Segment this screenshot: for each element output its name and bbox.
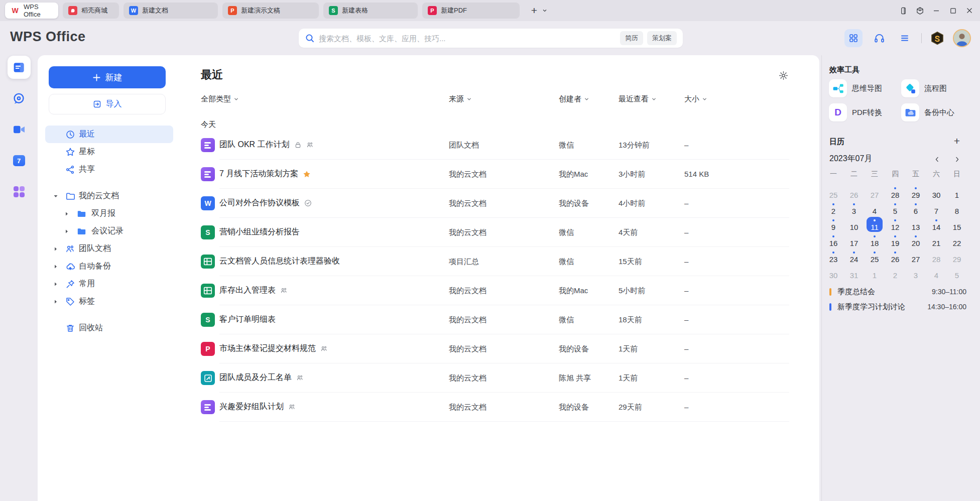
calendar-day[interactable]: 16 [825, 233, 841, 248]
calendar-day[interactable]: 23 [825, 249, 841, 264]
sidebar-item-回收站[interactable]: 回收站 [45, 319, 173, 337]
calendar-day[interactable]: 31 [846, 265, 862, 280]
calendar-day[interactable]: 27 [908, 249, 924, 264]
calendar-day[interactable]: 14 [928, 217, 944, 232]
maximize-button[interactable] [948, 6, 957, 15]
calendar-next-button[interactable] [951, 154, 962, 165]
sidebar-item-共享[interactable]: 共享 [45, 161, 173, 178]
calendar-day[interactable]: 28 [887, 185, 903, 200]
calendar-day[interactable]: 25 [825, 185, 841, 200]
calendar-day[interactable]: 4 [928, 265, 944, 280]
calendar-day[interactable]: 3 [846, 201, 862, 216]
calendar-day[interactable]: 25 [867, 249, 883, 264]
calendar-day[interactable]: 18 [867, 233, 883, 248]
calendar-day[interactable]: 30 [928, 185, 944, 200]
tool-备份中心[interactable]: 备份中心 [901, 103, 954, 121]
file-row[interactable]: 团队 OKR 工作计划团队文档微信13分钟前– [201, 131, 819, 160]
calendar-day[interactable]: 10 [846, 217, 862, 232]
rail-message-tab[interactable] [8, 87, 31, 110]
filter-创建者[interactable]: 创建者 [559, 94, 589, 104]
sidebar-item-标签[interactable]: 标签 [45, 293, 173, 310]
calendar-day[interactable]: 27 [867, 185, 883, 200]
sidebar-item-会议记录[interactable]: 会议记录 [45, 222, 173, 240]
calendar-day[interactable]: 12 [887, 217, 903, 232]
tab-wps-logo[interactable]: WWPS Office [5, 3, 58, 19]
sidebar-item-自动备份[interactable]: 自动备份 [45, 258, 173, 275]
calendar-day[interactable]: 30 [825, 265, 841, 280]
sidebar-item-双月报[interactable]: 双月报 [45, 205, 173, 222]
calendar-day[interactable]: 21 [928, 233, 944, 248]
sidebar-item-最近[interactable]: 最近 [45, 126, 173, 143]
user-avatar[interactable] [953, 29, 971, 47]
calendar-day[interactable]: 15 [949, 217, 965, 232]
calendar-day[interactable]: 17 [846, 233, 862, 248]
calendar-day[interactable]: 5 [949, 265, 965, 280]
caret-down-icon[interactable] [53, 194, 58, 199]
tab-ppt[interactable]: P新建演示文稿 [222, 3, 319, 19]
calendar-day[interactable]: 28 [928, 249, 944, 264]
file-row[interactable]: 团队成员及分工名单我的云文档陈旭 共享1天前– [201, 363, 819, 393]
sidebar-item-常用[interactable]: 常用 [45, 275, 173, 293]
calendar-day[interactable]: 22 [949, 233, 965, 248]
new-document-button[interactable]: 新建 [49, 66, 166, 88]
calendar-prev-button[interactable] [931, 154, 942, 165]
list-settings-button[interactable] [778, 70, 790, 82]
rail-calendar-tab[interactable]: 7 [8, 149, 31, 172]
tab-pdf[interactable]: P新建PDF [422, 3, 520, 19]
search-input[interactable] [319, 34, 616, 43]
calendar-day[interactable]: 19 [887, 233, 903, 248]
calendar-day[interactable]: 4 [867, 201, 883, 216]
sidebar-item-星标[interactable]: 星标 [45, 143, 173, 161]
sidebar-item-我的云文档[interactable]: 我的云文档 [45, 187, 173, 205]
calendar-day[interactable]: 8 [949, 201, 965, 216]
calendar-day[interactable]: 26 [887, 249, 903, 264]
tab-sheet[interactable]: S新建表格 [323, 3, 418, 19]
search-chip-plan[interactable]: 策划案 [647, 31, 677, 45]
caret-right-icon[interactable] [53, 264, 58, 269]
calendar-day[interactable]: 5 [887, 201, 903, 216]
calendar-day-selected[interactable]: 11 [867, 217, 883, 232]
membership-badge[interactable] [929, 31, 945, 46]
file-row[interactable]: 库存出入管理表我的云文档我的Mac5小时前– [201, 276, 819, 305]
calendar-day[interactable]: 9 [825, 217, 841, 232]
filter-大小[interactable]: 大小 [684, 94, 707, 104]
tab-list-dropdown[interactable] [542, 8, 548, 14]
tab-docer[interactable]: 稻壳商城 [63, 3, 119, 19]
global-search-bar[interactable]: 简历 策划案 [299, 29, 683, 48]
main-menu-button[interactable] [896, 29, 914, 47]
rail-docs-tab[interactable] [8, 56, 31, 79]
calendar-day[interactable]: 29 [908, 185, 924, 200]
support-button[interactable] [870, 29, 888, 47]
file-row[interactable]: 兴趣爱好组队计划我的云文档我的设备29天前– [201, 393, 819, 422]
filter-全部类型[interactable]: 全部类型 [201, 94, 239, 104]
caret-right-icon[interactable] [53, 282, 58, 287]
side-panel-button[interactable] [899, 6, 908, 15]
minimize-button[interactable] [932, 6, 941, 15]
file-row[interactable]: 7 月线下活动策划方案我的云文档我的Mac3小时前514 KB [201, 160, 819, 189]
caret-right-icon[interactable] [64, 211, 69, 216]
file-row[interactable]: S客户订单明细表我的云文档微信18天前– [201, 305, 819, 334]
new-tab-button[interactable]: + [528, 5, 541, 17]
workspace-box-button[interactable] [915, 6, 924, 15]
file-row[interactable]: 云文档管人员信息统计表理器验收项目汇总微信15天前– [201, 247, 819, 276]
calendar-event[interactable]: 季度总结会9:30–11:00 [829, 286, 966, 297]
calendar-day[interactable]: 29 [949, 249, 965, 264]
calendar-add-button[interactable]: + [950, 135, 963, 148]
calendar-day[interactable]: 3 [908, 265, 924, 280]
calendar-event[interactable]: 新季度学习计划讨论14:30–16:00 [829, 301, 966, 312]
calendar-day[interactable]: 20 [908, 233, 924, 248]
apps-grid-button[interactable] [844, 29, 863, 47]
calendar-day[interactable]: 24 [846, 249, 862, 264]
filter-来源[interactable]: 来源 [449, 94, 472, 104]
calendar-day[interactable]: 13 [908, 217, 924, 232]
calendar-day[interactable]: 6 [908, 201, 924, 216]
file-row[interactable]: W公司对外合作协议模板我的云文档我的设备4小时前– [201, 189, 819, 218]
tool-流程图[interactable]: 流程图 [901, 79, 947, 97]
caret-right-icon[interactable] [53, 246, 58, 252]
import-button[interactable]: 导入 [49, 94, 166, 114]
calendar-day[interactable]: 2 [825, 201, 841, 216]
rail-apps-tab[interactable] [8, 180, 31, 203]
rail-meeting-tab[interactable] [8, 118, 31, 141]
filter-最近查看[interactable]: 最近查看 [619, 94, 657, 104]
calendar-day[interactable]: 1 [949, 185, 965, 200]
